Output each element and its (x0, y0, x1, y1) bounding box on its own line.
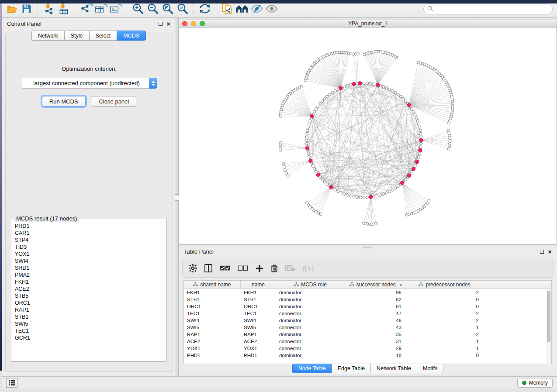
mcds-node[interactable] (329, 186, 333, 189)
mcds-result-item[interactable]: ORC1 (15, 299, 160, 306)
mcds-node[interactable] (339, 86, 343, 90)
network-node[interactable] (397, 93, 399, 96)
table-cell[interactable]: PHD1 (184, 352, 241, 359)
mcds-node[interactable] (407, 174, 411, 177)
network-node[interactable] (366, 82, 369, 85)
mcds-result-item[interactable]: FKH1 (15, 279, 160, 285)
network-node[interactable] (420, 136, 422, 138)
close-panel-icon[interactable]: × (166, 22, 170, 26)
table-cell[interactable]: 47 (345, 310, 407, 317)
table-cell[interactable]: connector (276, 345, 345, 352)
mcds-node[interactable] (358, 82, 362, 85)
table-cell[interactable]: 2 (407, 310, 482, 317)
network-node[interactable] (305, 142, 308, 145)
network-node[interactable] (410, 107, 413, 110)
network-leaf-node[interactable] (284, 169, 286, 172)
table-cell[interactable]: SWI5 (184, 324, 241, 331)
refresh-view-icon[interactable] (197, 2, 212, 16)
network-node[interactable] (366, 196, 369, 199)
network-leaf-node[interactable] (282, 162, 285, 165)
network-node[interactable] (323, 181, 326, 183)
mcds-result-item[interactable]: STB1 (15, 313, 160, 320)
new-network-from-selection-icon[interactable] (220, 2, 235, 16)
mcds-node[interactable] (407, 103, 411, 107)
table-cell[interactable]: 46 (345, 317, 407, 324)
table-cell[interactable]: dominator (276, 303, 345, 310)
table-cell[interactable]: SWI4 (241, 317, 276, 324)
network-node[interactable] (323, 97, 326, 100)
network-node[interactable] (349, 195, 352, 197)
network-node[interactable] (399, 95, 402, 98)
table-cell[interactable]: 0 (407, 303, 482, 310)
column-header-predecessor-nodes[interactable]: predecessor nodes (407, 281, 482, 289)
network-node[interactable] (385, 192, 388, 194)
network-node[interactable] (359, 196, 362, 199)
network-node[interactable] (343, 193, 346, 195)
table-cell[interactable]: 29 (345, 345, 407, 352)
delete-column-icon[interactable] (271, 264, 278, 272)
network-node[interactable] (419, 129, 422, 132)
mcds-result-item[interactable]: SWI5 (15, 320, 160, 327)
network-leaf-node[interactable] (279, 146, 281, 149)
mcds-result-item[interactable]: SRD1 (15, 265, 160, 272)
table-cell[interactable]: 61 (345, 303, 407, 310)
network-node[interactable] (315, 107, 317, 110)
network-node[interactable] (412, 110, 415, 113)
tab-mcds[interactable]: MCDS (117, 31, 146, 41)
network-node[interactable] (340, 192, 343, 194)
table-cell[interactable]: ACE2 (241, 338, 276, 345)
network-node[interactable] (416, 120, 419, 122)
network-node[interactable] (315, 170, 317, 173)
tab-select[interactable]: Select (89, 31, 117, 41)
table-row[interactable]: TEC1TEC1connector472 (184, 310, 551, 317)
table-cell[interactable]: STB1 (184, 296, 241, 303)
zoom-out-icon[interactable] (145, 2, 160, 16)
mcds-result-item[interactable]: YOX1 (15, 251, 160, 258)
network-node[interactable] (415, 117, 418, 119)
table-cell[interactable]: connector (276, 324, 345, 331)
mcds-node[interactable] (309, 159, 312, 162)
table-cell[interactable]: TEC1 (241, 310, 276, 317)
table-cell[interactable]: dominator (276, 296, 345, 303)
table-cell[interactable]: PHD1 (241, 352, 276, 359)
network-node[interactable] (385, 86, 388, 89)
close-panel-button[interactable]: Close panel (92, 96, 137, 107)
mcds-result-item[interactable]: GCR1 (15, 334, 160, 341)
deselect-all-icon[interactable] (238, 265, 248, 271)
network-node[interactable] (410, 170, 413, 173)
table-cell[interactable]: ORC1 (241, 303, 276, 310)
network-node[interactable] (307, 152, 309, 155)
table-cell[interactable]: connector (276, 338, 345, 345)
column-header-successor-nodes[interactable]: successor nodes∨ (345, 281, 407, 289)
network-node[interactable] (313, 168, 315, 170)
table-cell[interactable]: TEC1 (184, 310, 241, 317)
network-leaf-node[interactable] (449, 137, 451, 140)
network-node[interactable] (417, 155, 420, 158)
network-window-titlebar[interactable]: YPA_prune.txt_1 (179, 20, 557, 28)
show-columns-icon[interactable] (204, 264, 212, 272)
tab-edge-table[interactable]: Edge Table (332, 364, 370, 373)
table-row[interactable]: PHD1PHD1dominator180 (184, 352, 551, 359)
select-all-icon[interactable] (220, 265, 230, 271)
network-node[interactable] (306, 132, 308, 135)
network-node[interactable] (326, 95, 329, 98)
network-node[interactable] (305, 136, 308, 138)
float-panel-icon[interactable] (159, 22, 163, 26)
tab-node-table[interactable]: Node Table (292, 364, 332, 373)
table-cell[interactable]: YOX1 (241, 345, 276, 352)
network-node[interactable] (417, 123, 420, 125)
network-node[interactable] (334, 89, 336, 92)
mcds-result-item[interactable]: PMA2 (15, 272, 160, 279)
network-node[interactable] (349, 83, 352, 86)
hide-selected-icon[interactable] (249, 2, 264, 16)
table-cell[interactable]: FKH1 (241, 289, 276, 296)
table-row[interactable]: RAP1RAP1dominator352 (184, 331, 551, 338)
add-column-icon[interactable] (256, 265, 263, 272)
network-node[interactable] (419, 146, 422, 148)
network-node[interactable] (321, 100, 324, 103)
optimization-criterion-select[interactable]: largest connected component (undirected) (21, 78, 157, 89)
network-node[interactable] (307, 126, 309, 128)
network-node[interactable] (394, 187, 397, 189)
network-node[interactable] (309, 120, 311, 122)
network-node[interactable] (363, 196, 365, 199)
